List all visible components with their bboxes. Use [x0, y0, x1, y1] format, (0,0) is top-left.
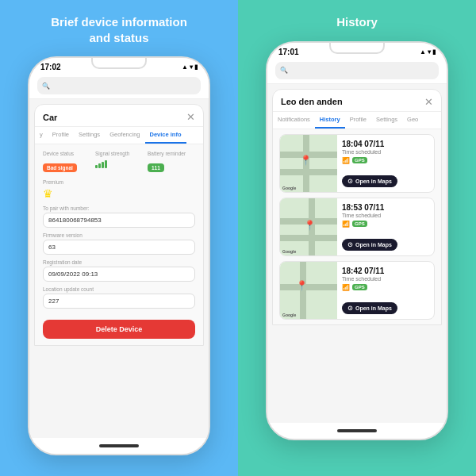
right-bottom-bar: [267, 423, 447, 439]
open-maps-btn-1[interactable]: ⊙ Open in Maps: [342, 175, 397, 187]
bar1: [95, 165, 98, 168]
nav-icon-2: ⊙: [347, 241, 353, 248]
search-bar: 🔍: [29, 73, 209, 99]
right-panel: History 17:01 ▲ ▾ ▮ 🔍 Leo den anden ✕ No…: [238, 0, 476, 476]
right-search-bar: 🔍: [267, 58, 447, 84]
status-icons: ▲ ▾ ▮: [182, 63, 198, 71]
modal-header: Car ✕: [35, 105, 203, 127]
history-time-2: 18:53 07/11: [342, 203, 429, 212]
right-phone-screen: 🔍 Leo den anden ✕ Notifications History …: [267, 58, 447, 423]
tab-y[interactable]: y: [35, 127, 48, 144]
open-maps-btn-3[interactable]: ⊙ Open in Maps: [342, 302, 397, 314]
map-bg-1: 📍 Google: [280, 135, 337, 192]
history-details-2: 18:53 07/11 Time scheduled 📶 GPS ⊙ Open …: [337, 198, 434, 255]
history-type-3: Time scheduled: [342, 276, 429, 282]
signal-bars-icon-2: 📶: [342, 221, 350, 228]
map-pin-1: 📍: [300, 155, 312, 166]
home-indicator: [99, 444, 139, 447]
tab-history[interactable]: History: [315, 112, 345, 129]
open-maps-label-3: Open in Maps: [355, 305, 392, 311]
history-time-3: 18:42 07/11: [342, 267, 429, 275]
tab-notifications[interactable]: Notifications: [273, 112, 315, 129]
tab-profile[interactable]: Profile: [48, 127, 74, 144]
phone-notch: [91, 58, 147, 69]
close-button[interactable]: ✕: [186, 111, 195, 123]
history-item-2: 📍 Google 18:53 07/11 Time scheduled 📶 GP…: [279, 198, 435, 256]
left-phone: 17:02 ▲ ▾ ▮ 🔍 Car ✕ y Profile Settings: [28, 56, 210, 455]
bottom-bar: [29, 438, 209, 454]
signal-col: Signal strength: [95, 151, 143, 168]
imei-field: To pair with number: 864180068794853: [43, 205, 195, 228]
tab-geo[interactable]: Geo: [402, 112, 423, 129]
search-input[interactable]: 🔍: [37, 77, 201, 94]
signal-bars-icon-3: 📶: [342, 284, 350, 291]
open-maps-btn-2[interactable]: ⊙ Open in Maps: [342, 239, 397, 251]
battery-label: Battery reminder: [148, 151, 195, 156]
history-details-3: 18:42 07/11 Time scheduled 📶 GPS ⊙ Open …: [337, 262, 434, 319]
map-pin-2: 📍: [304, 220, 316, 231]
status-time: 17:02: [40, 63, 61, 71]
bar3: [102, 162, 104, 168]
phone-screen: 🔍 Car ✕ y Profile Settings Geofencing De…: [29, 73, 209, 438]
google-label-2: Google: [282, 249, 296, 254]
right-status-time: 17:01: [278, 48, 299, 56]
google-label-1: Google: [282, 186, 296, 190]
signal-bars: [95, 159, 143, 168]
battery-col: Battery reminder 111: [148, 151, 195, 173]
right-panel-title: History: [324, 14, 390, 30]
device-status-label: Device status: [43, 151, 90, 156]
history-icons-row-1: 📶 GPS: [342, 157, 429, 164]
tab-right-settings[interactable]: Settings: [371, 112, 402, 129]
device-status-col: Device status Bad signal: [43, 151, 90, 173]
history-map-2: 📍 Google: [280, 198, 337, 255]
right-signal-icon: ▲: [420, 48, 426, 56]
history-map-3: 📍 Google: [280, 262, 337, 319]
left-panel: Brief device informationand status 17:02…: [0, 0, 238, 476]
device-status-badge: Bad signal: [43, 163, 77, 172]
tab-geofencing[interactable]: Geofencing: [105, 127, 144, 144]
registration-field: Registration date 09/09/2022 09:13: [43, 259, 195, 282]
battery-value: 111: [148, 163, 164, 172]
signal-label: Signal strength: [95, 151, 143, 156]
right-battery-icon: ▮: [432, 48, 436, 56]
delete-device-button[interactable]: Delete Device: [43, 320, 195, 339]
right-tabs-row: Notifications History Profile Settings G…: [273, 112, 441, 129]
map-pin-3: 📍: [296, 280, 308, 291]
history-type-2: Time scheduled: [342, 213, 429, 218]
history-item-3: 📍 Google 18:42 07/11 Time scheduled 📶 GP…: [279, 261, 435, 320]
history-icons-row-2: 📶 GPS: [342, 221, 429, 228]
battery-icon: ▮: [194, 63, 198, 71]
history-map-1: 📍 Google: [280, 135, 337, 192]
premium-row: Premium ♛: [43, 179, 195, 201]
tab-right-profile[interactable]: Profile: [345, 112, 371, 129]
nav-icon-3: ⊙: [347, 305, 353, 312]
imei-value: 864180068794853: [43, 213, 195, 228]
location-value: 227: [43, 294, 195, 309]
history-details-1: 18:04 07/11 Time scheduled 📶 GPS ⊙ Open …: [337, 135, 434, 192]
road-h5: [280, 284, 337, 290]
modal-card: Car ✕ y Profile Settings Geofencing Devi…: [34, 104, 204, 346]
history-icons-row-3: 📶 GPS: [342, 284, 429, 291]
right-modal-title: Leo den anden: [281, 97, 343, 106]
right-close-button[interactable]: ✕: [424, 96, 433, 108]
right-phone: 17:01 ▲ ▾ ▮ 🔍 Leo den anden ✕ Notificati…: [266, 41, 448, 440]
right-wifi-icon: ▾: [428, 48, 431, 56]
location-label: Location update count: [43, 286, 195, 292]
modal-title: Car: [43, 113, 57, 122]
registration-value: 09/09/2022 09:13: [43, 267, 195, 282]
nav-icon-1: ⊙: [347, 178, 353, 185]
gps-badge-2: GPS: [352, 221, 367, 227]
map-bg-3: 📍 Google: [280, 262, 337, 319]
firmware-value: 63: [43, 240, 195, 255]
google-label-3: Google: [282, 313, 296, 317]
premium-label: Premium: [43, 179, 195, 185]
open-maps-label-2: Open in Maps: [355, 242, 392, 248]
history-type-1: Time scheduled: [342, 149, 429, 155]
firmware-field: Firmware version 63: [43, 232, 195, 255]
tab-settings[interactable]: Settings: [74, 127, 105, 144]
tab-device-info[interactable]: Device info: [145, 127, 186, 144]
right-status-icons: ▲ ▾ ▮: [420, 48, 436, 56]
bar4: [105, 160, 107, 168]
tabs-row: y Profile Settings Geofencing Device inf…: [35, 127, 203, 144]
right-search-input[interactable]: 🔍: [275, 62, 439, 79]
